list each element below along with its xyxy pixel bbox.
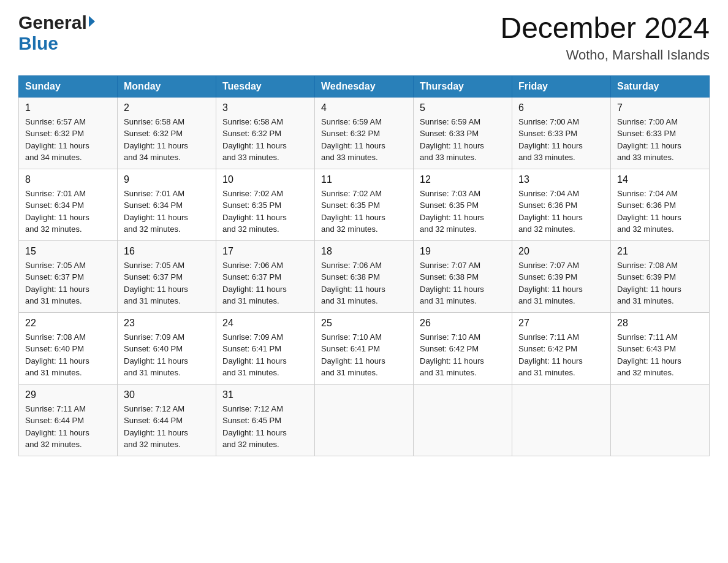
day-info: Sunrise: 7:12 AM Sunset: 6:45 PM Dayligh… [222,404,287,450]
day-number: 10 [222,174,308,185]
calendar-cell [414,384,512,456]
calendar-cell: 28 Sunrise: 7:11 AM Sunset: 6:43 PM Dayl… [611,312,710,384]
day-number: 17 [222,246,308,257]
day-info: Sunrise: 6:59 AM Sunset: 6:33 PM Dayligh… [420,117,484,163]
day-info: Sunrise: 7:11 AM Sunset: 6:42 PM Dayligh… [518,332,583,378]
day-of-week-header: Tuesday [216,75,315,97]
calendar-cell [512,384,611,456]
day-of-week-header: Friday [512,75,611,97]
day-info: Sunrise: 7:02 AM Sunset: 6:35 PM Dayligh… [321,189,385,234]
day-info: Sunrise: 7:11 AM Sunset: 6:44 PM Dayligh… [25,404,89,450]
calendar-header-row: SundayMondayTuesdayWednesdayThursdayFrid… [19,75,710,97]
calendar-cell: 2 Sunrise: 6:58 AM Sunset: 6:32 PM Dayli… [118,97,216,169]
calendar-cell: 4 Sunrise: 6:59 AM Sunset: 6:32 PM Dayli… [315,97,414,169]
logo-triangle-icon [89,16,95,27]
calendar-week-row: 1 Sunrise: 6:57 AM Sunset: 6:32 PM Dayli… [19,97,710,169]
day-number: 27 [518,318,604,329]
calendar-cell: 29 Sunrise: 7:11 AM Sunset: 6:44 PM Dayl… [19,384,118,456]
calendar-week-row: 15 Sunrise: 7:05 AM Sunset: 6:37 PM Dayl… [19,240,710,312]
calendar-cell: 19 Sunrise: 7:07 AM Sunset: 6:38 PM Dayl… [414,240,512,312]
day-of-week-header: Thursday [414,75,512,97]
day-number: 21 [617,246,703,257]
logo: General Blue [18,12,95,54]
day-number: 25 [321,318,407,329]
day-info: Sunrise: 7:05 AM Sunset: 6:37 PM Dayligh… [124,261,188,306]
day-number: 7 [617,102,703,113]
day-info: Sunrise: 7:09 AM Sunset: 6:40 PM Dayligh… [124,332,188,378]
logo-blue-text: Blue [18,33,58,53]
day-of-week-header: Saturday [611,75,710,97]
calendar-cell: 20 Sunrise: 7:07 AM Sunset: 6:39 PM Dayl… [512,240,611,312]
day-info: Sunrise: 7:02 AM Sunset: 6:35 PM Dayligh… [222,189,287,234]
calendar-cell: 25 Sunrise: 7:10 AM Sunset: 6:41 PM Dayl… [315,312,414,384]
calendar-cell: 9 Sunrise: 7:01 AM Sunset: 6:34 PM Dayli… [118,169,216,240]
day-number: 5 [420,102,506,113]
calendar-cell: 1 Sunrise: 6:57 AM Sunset: 6:32 PM Dayli… [19,97,118,169]
day-info: Sunrise: 6:59 AM Sunset: 6:32 PM Dayligh… [321,117,385,163]
title-block: December 2024 Wotho, Marshall Islands [500,12,710,63]
day-info: Sunrise: 6:57 AM Sunset: 6:32 PM Dayligh… [25,117,89,163]
day-of-week-header: Sunday [19,75,118,97]
day-number: 18 [321,246,407,257]
day-info: Sunrise: 7:10 AM Sunset: 6:41 PM Dayligh… [321,332,385,378]
day-info: Sunrise: 7:11 AM Sunset: 6:43 PM Dayligh… [617,332,681,378]
calendar-cell: 8 Sunrise: 7:01 AM Sunset: 6:34 PM Dayli… [19,169,118,240]
day-number: 26 [420,318,506,329]
day-number: 19 [420,246,506,257]
day-info: Sunrise: 7:09 AM Sunset: 6:41 PM Dayligh… [222,332,287,378]
calendar-cell: 30 Sunrise: 7:12 AM Sunset: 6:44 PM Dayl… [118,384,216,456]
day-info: Sunrise: 7:01 AM Sunset: 6:34 PM Dayligh… [124,189,188,234]
day-info: Sunrise: 7:08 AM Sunset: 6:39 PM Dayligh… [617,261,681,306]
day-info: Sunrise: 7:07 AM Sunset: 6:38 PM Dayligh… [420,261,484,306]
calendar-cell [315,384,414,456]
calendar-cell: 14 Sunrise: 7:04 AM Sunset: 6:36 PM Dayl… [611,169,710,240]
calendar-cell: 23 Sunrise: 7:09 AM Sunset: 6:40 PM Dayl… [118,312,216,384]
day-number: 6 [518,102,604,113]
day-number: 23 [124,318,210,329]
day-info: Sunrise: 7:00 AM Sunset: 6:33 PM Dayligh… [518,117,583,163]
day-of-week-header: Monday [118,75,216,97]
day-number: 12 [420,174,506,185]
day-number: 22 [25,318,111,329]
calendar-cell: 7 Sunrise: 7:00 AM Sunset: 6:33 PM Dayli… [611,97,710,169]
calendar-title: December 2024 [500,12,710,45]
day-info: Sunrise: 7:10 AM Sunset: 6:42 PM Dayligh… [420,332,484,378]
calendar-week-row: 22 Sunrise: 7:08 AM Sunset: 6:40 PM Dayl… [19,312,710,384]
logo-general-text: General [18,12,87,33]
calendar-cell: 26 Sunrise: 7:10 AM Sunset: 6:42 PM Dayl… [414,312,512,384]
day-info: Sunrise: 7:04 AM Sunset: 6:36 PM Dayligh… [518,189,583,234]
day-number: 20 [518,246,604,257]
calendar-cell: 15 Sunrise: 7:05 AM Sunset: 6:37 PM Dayl… [19,240,118,312]
calendar-cell: 18 Sunrise: 7:06 AM Sunset: 6:38 PM Dayl… [315,240,414,312]
day-number: 8 [25,174,111,185]
day-number: 15 [25,246,111,257]
day-info: Sunrise: 7:01 AM Sunset: 6:34 PM Dayligh… [25,189,89,234]
day-info: Sunrise: 7:08 AM Sunset: 6:40 PM Dayligh… [25,332,89,378]
day-of-week-header: Wednesday [315,75,414,97]
calendar-cell: 12 Sunrise: 7:03 AM Sunset: 6:35 PM Dayl… [414,169,512,240]
calendar-cell: 21 Sunrise: 7:08 AM Sunset: 6:39 PM Dayl… [611,240,710,312]
day-number: 31 [222,389,308,400]
day-number: 9 [124,174,210,185]
calendar-cell: 3 Sunrise: 6:58 AM Sunset: 6:32 PM Dayli… [216,97,315,169]
calendar-cell: 17 Sunrise: 7:06 AM Sunset: 6:37 PM Dayl… [216,240,315,312]
day-number: 2 [124,102,210,113]
day-info: Sunrise: 7:06 AM Sunset: 6:38 PM Dayligh… [321,261,385,306]
calendar-week-row: 8 Sunrise: 7:01 AM Sunset: 6:34 PM Dayli… [19,169,710,240]
page-header: General Blue December 2024 Wotho, Marsha… [18,12,710,63]
day-number: 29 [25,389,111,400]
day-number: 11 [321,174,407,185]
day-number: 16 [124,246,210,257]
calendar-cell [611,384,710,456]
day-number: 30 [124,389,210,400]
calendar-cell: 6 Sunrise: 7:00 AM Sunset: 6:33 PM Dayli… [512,97,611,169]
day-info: Sunrise: 6:58 AM Sunset: 6:32 PM Dayligh… [222,117,287,163]
calendar-cell: 5 Sunrise: 6:59 AM Sunset: 6:33 PM Dayli… [414,97,512,169]
calendar-cell: 10 Sunrise: 7:02 AM Sunset: 6:35 PM Dayl… [216,169,315,240]
day-info: Sunrise: 7:06 AM Sunset: 6:37 PM Dayligh… [222,261,287,306]
calendar-table: SundayMondayTuesdayWednesdayThursdayFrid… [18,75,710,456]
day-info: Sunrise: 7:04 AM Sunset: 6:36 PM Dayligh… [617,189,681,234]
day-info: Sunrise: 7:07 AM Sunset: 6:39 PM Dayligh… [518,261,583,306]
day-number: 3 [222,102,308,113]
calendar-cell: 27 Sunrise: 7:11 AM Sunset: 6:42 PM Dayl… [512,312,611,384]
